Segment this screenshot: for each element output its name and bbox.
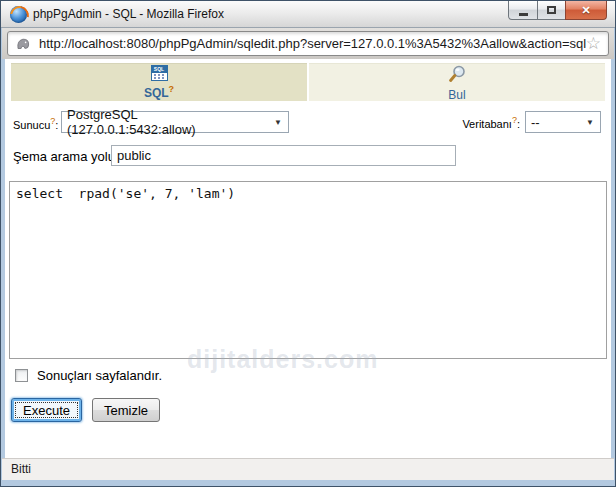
status-text: Bitti — [11, 462, 31, 476]
search-icon — [448, 64, 467, 87]
database-select[interactable]: -- ▼ — [525, 111, 601, 133]
window-controls: ✕ — [509, 1, 607, 20]
tab-sql-label: SQL? — [144, 83, 174, 100]
server-select-value: PostgreSQL (127.0.0.1:5432:allow) — [67, 107, 268, 137]
url-bar[interactable]: http://localhost:8080/phpPgAdmin/sqledit… — [7, 31, 609, 56]
status-bar: Bitti — [2, 458, 614, 480]
page-content: SQL SQL? Bul Sunucu?: — [5, 59, 611, 458]
tab-bar: SQL SQL? Bul — [11, 63, 605, 101]
minimize-button[interactable] — [508, 1, 538, 20]
button-row: Execute Temizle — [11, 398, 160, 422]
paginate-checkbox[interactable] — [15, 369, 28, 382]
execute-button[interactable]: Execute — [11, 398, 82, 422]
title-bar: phpPgAdmin - SQL - Mozilla Firefox ✕ — [1, 1, 615, 28]
url-text: http://localhost:8080/phpPgAdmin/sqledit… — [39, 36, 586, 51]
schema-row: Şema arama yolu?: — [9, 145, 607, 169]
database-select-value: -- — [531, 115, 540, 130]
tab-bul[interactable]: Bul — [309, 63, 605, 101]
tab-sql[interactable]: SQL SQL? — [11, 63, 307, 101]
firefox-window: phpPgAdmin - SQL - Mozilla Firefox ✕ htt… — [0, 0, 616, 487]
bookmark-star-icon[interactable]: ☆ — [586, 35, 601, 52]
database-label: Veritabanı?: — [462, 115, 520, 130]
close-icon: ✕ — [581, 2, 590, 19]
window-title: phpPgAdmin - SQL - Mozilla Firefox — [33, 1, 224, 27]
clear-button[interactable]: Temizle — [92, 398, 160, 422]
close-button[interactable]: ✕ — [565, 1, 607, 20]
sql-help-link[interactable]: ? — [169, 84, 175, 94]
server-select[interactable]: PostgreSQL (127.0.0.1:5432:allow) ▼ — [61, 111, 289, 133]
postgresql-favicon — [15, 36, 31, 52]
paginate-row: Sonuçları sayfalandır. — [15, 368, 162, 383]
schema-label: Şema arama yolu?: — [13, 148, 124, 164]
maximize-button[interactable] — [537, 1, 566, 20]
maximize-icon — [547, 6, 556, 14]
server-label: Sunucu?: — [13, 116, 58, 131]
chevron-down-icon: ▼ — [580, 118, 600, 127]
minimize-icon — [519, 13, 528, 16]
navigation-bar: http://localhost:8080/phpPgAdmin/sqledit… — [2, 28, 614, 59]
database-group: Veritabanı?: -- ▼ — [462, 111, 601, 133]
firefox-icon — [10, 6, 27, 23]
server-row: Sunucu?: PostgreSQL (127.0.0.1:5432:allo… — [9, 111, 607, 135]
schema-input[interactable] — [111, 145, 456, 166]
sql-query-textarea[interactable]: select rpad('se', 7, 'lam') — [9, 181, 607, 359]
sql-document-icon: SQL — [151, 65, 168, 81]
paginate-label: Sonuçları sayfalandır. — [37, 368, 162, 383]
tab-bul-label: Bul — [448, 89, 465, 102]
chevron-down-icon: ▼ — [268, 118, 288, 127]
